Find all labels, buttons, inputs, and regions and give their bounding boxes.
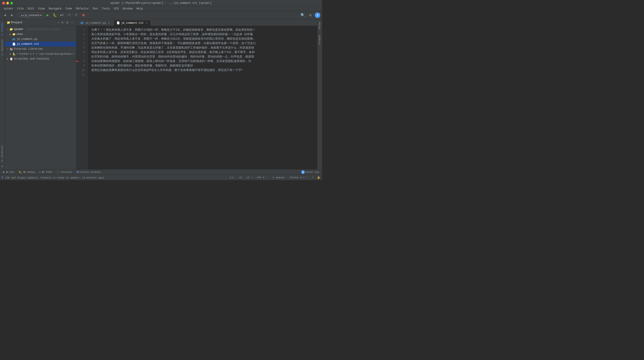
tab-jd-comment-txt[interactable]: 📄 jd_comment.txt ✕ [114,20,151,26]
tree-root-spider[interactable]: ▾ 📁 spider ~/PycharmProjects/spider [5,27,76,32]
menu-vcs[interactable]: VCS [112,7,120,11]
avatar-btn[interactable]: J [315,13,320,18]
stop-btn[interactable]: ⏹ [80,12,86,18]
event-log-label: Event Log [306,171,319,173]
debug-tool-label: Debug [27,171,35,173]
forward-btn[interactable]: ▶ [9,12,15,18]
tree-path-root: ~/PycharmProjects/spider [25,28,60,31]
run-btn[interactable]: ▶ [44,12,51,18]
menu-navigate[interactable]: Navigate [47,7,64,11]
run-config-icon: py [21,14,24,17]
tab-jd-comment-py[interactable]: py jd_comment.py ✕ [77,20,114,26]
update-message[interactable]: IDE and Plugin Updates: PyCharm is ready… [5,176,104,179]
profile-btn[interactable]: ⏱ [66,12,72,18]
tree-item-demo[interactable]: ▶ 📁 demo [5,32,76,37]
tree-item-python37[interactable]: ▶ 🐍 < Python 3.7 > /usr/local/bin/python… [5,52,76,56]
run-config-dropdown-icon: ▾ [40,14,42,17]
tree-txt-icon: 📄 [12,42,16,46]
menu-view[interactable]: View [36,7,46,11]
project-collapse-btn[interactable]: — [70,20,74,25]
code-editor[interactable]: 太爽了！！用起来和真人差不多，和图片介绍的一样，每晚至少干2次，的确是抽插发音，… [88,26,317,169]
tree-arrow-demo: ▶ [8,33,12,36]
menu-file[interactable]: File [16,7,26,11]
terminal-tool-btn[interactable]: ⬛ Terminal [55,170,74,174]
tree-label-root: spider [14,28,24,31]
menu-spider[interactable]: spider [2,7,15,11]
project-dropdown-icon[interactable]: ▾ [58,21,59,24]
run-configuration-selector[interactable]: py jd_comment ▾ [19,12,44,18]
tree-arrow-scratches: ▶ [6,57,10,61]
event-log-btn[interactable]: 1 Event Log [300,170,320,174]
tree-arrow-root: ▾ [6,28,10,31]
debug-tool-num: 🐛 5: [19,170,26,173]
todo-tool-btn[interactable]: ☑ 6: TODO [38,170,53,174]
tree-label-scratches: Scratches and Consoles [14,57,49,60]
traffic-lights [2,2,13,5]
tree-item-jd-comment-py[interactable]: py jd_comment.py [5,37,76,42]
tree-arrow-txt [8,42,12,46]
menu-tools[interactable]: Tools [100,7,112,11]
status-bar: ℹ IDE and Plugin Updates: PyCharm is rea… [0,175,322,180]
search-everywhere-btn[interactable]: 🔍 [300,12,306,18]
tree-label-python37: < Python 3.7 > /usr/local/bin/python3.7 [16,53,74,55]
tree-item-jd-comment-txt[interactable]: 📄 jd_comment.txt [5,42,76,47]
debug-btn[interactable]: 🐛 [52,12,58,18]
line-numbers: 1 2 3 4 5 6 7 8 9 10 11 [76,26,88,169]
menu-refactor[interactable]: Refactor [74,7,91,11]
sidebar-tab-structure[interactable]: Z: Structure [0,144,4,163]
settings-btn[interactable]: ⚙ [307,12,314,18]
toolbar-right: 🔍 ⚙ J [300,12,320,18]
run-tool-btn[interactable]: ▶ 4: Run [2,170,16,174]
project-settings-btn[interactable]: ⚙ [65,20,70,25]
status-right: 1:1 LF LF ✓ UTF-8 ✓ 4 spaces Python 3.7 … [228,176,320,179]
status-right-spacer: 1 Event Log [300,170,320,174]
tree-item-external-libs[interactable]: ▾ 📚 External Libraries [5,47,76,52]
project-locate-btn[interactable]: ⊕ [60,20,64,25]
concurrency-btn[interactable]: ⟳ [73,12,80,18]
minimize-button[interactable] [6,2,9,5]
bottom-panel: ▶ 4: Run 🐛 5: Debug ☑ 6: TODO ⬛ Terminal… [0,169,322,175]
sidebar-tab-favorites[interactable]: 2: Favorites [0,38,4,57]
tree-arrow-py [8,37,12,41]
indent-setting[interactable]: 4 spaces [272,176,285,179]
encoding[interactable]: UTF-8 ✓ [256,176,268,179]
cursor-position[interactable]: 1:1 [228,176,235,179]
menu-code[interactable]: Code [64,7,74,11]
tree-label-demo: demo [16,33,23,36]
editor-area: py jd_comment.py ✕ 📄 jd_comment.txt ✕ 1 … [76,19,317,169]
tab-close-txt[interactable]: ✕ [145,22,148,25]
sidebar-star-btn[interactable]: ★ [0,164,5,168]
terminal-tool-label: Terminal [60,171,72,173]
project-tree: ▾ 📁 spider ~/PycharmProjects/spider ▶ 📁 … [5,26,76,169]
project-actions: ⊕ ⚙ — [60,20,74,25]
line-1: 太爽了！！用起来和真人差不多，和图片介绍的一样，每晚至少干2次，的确是抽插发音，… [91,28,256,72]
tree-label-external-libs: External Libraries [14,48,43,51]
menu-edit[interactable]: Edit [26,7,36,11]
editor-content: 1 2 3 4 5 6 7 8 9 10 11 太爽了！！用起来和真人差不多，和… [76,26,317,169]
debug-tool-btn[interactable]: 🐛 5: Debug [18,170,36,174]
close-button[interactable] [2,2,5,5]
tree-item-scratches[interactable]: ▶ 📋 Scratches and Consoles [5,56,76,61]
python-interpreter[interactable]: Python 3.7 ✓ [289,176,308,179]
sidebar-tab-project[interactable]: 1: Project [0,20,4,37]
coverage-btn[interactable]: ▶% [59,12,65,18]
menu-run[interactable]: Run [91,7,100,11]
python-console-tool-btn[interactable]: py Python Console [75,170,102,174]
maximize-button[interactable] [10,2,13,5]
right-tab-database[interactable]: DATABASE [318,33,322,46]
right-sidebar-tabs: REVIEW DATABASE [317,19,322,169]
right-tab-review[interactable]: REVIEW [318,20,322,31]
terminal-icon: ⬛ [56,170,60,173]
upload-icon: ⬆ [312,176,314,179]
line-ending[interactable]: LF [238,176,243,179]
project-folder-icon: 📁 [7,21,10,24]
tree-scratches-icon: 📋 [10,57,13,61]
tree-arrow-python37: ▶ [8,52,12,56]
menu-bar: spider File Edit View Navigate Code Refa… [0,6,322,11]
title-bar: spider [~/PycharmProjects/spider] - .../… [0,0,322,6]
toolbar: ◀ ▶ py jd_comment ▾ ▶ 🐛 ▶% ⏱ ⟳ ⏹ 🔍 ⚙ J [0,11,322,19]
menu-window[interactable]: Window [121,7,134,11]
tab-close-py[interactable]: ✕ [108,22,111,25]
back-btn[interactable]: ◀ [2,12,8,18]
menu-help[interactable]: Help [134,7,145,11]
